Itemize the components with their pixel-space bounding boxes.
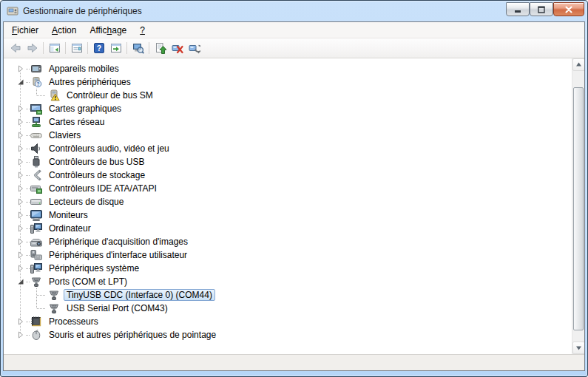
display-adapter-icon	[30, 103, 42, 115]
imaging-device-icon	[30, 236, 42, 248]
menu-help[interactable]: ?	[133, 23, 152, 38]
tree-item-acquisition-images[interactable]: Périphérique d'acquisition d'images	[4, 235, 572, 248]
tree-item-interface-utilisateur[interactable]: Périphériques d'interface utilisateur	[4, 248, 572, 262]
expander-collapsed-icon[interactable]	[16, 330, 26, 339]
expander-expanded-icon[interactable]	[16, 277, 26, 286]
usb-controller-icon	[30, 156, 42, 168]
expander-collapsed-icon[interactable]	[16, 144, 26, 153]
show-console-tree-icon	[49, 42, 61, 54]
scan-hardware-changes-icon	[189, 42, 200, 54]
expander-collapsed-icon[interactable]	[16, 118, 26, 126]
scroll-down-button[interactable]	[572, 342, 584, 354]
tree-item-ordinateur[interactable]: Ordinateur	[4, 222, 572, 235]
client-area: Fichier Action Affichage ?	[3, 21, 585, 371]
expander-collapsed-icon[interactable]	[16, 197, 26, 206]
disk-drive-icon	[30, 196, 42, 208]
device-tree: Appareils mobiles Autres périphériques C…	[4, 58, 572, 354]
title-bar[interactable]: Gestionnaire de périphériques	[1, 1, 587, 21]
tree-item-claviers[interactable]: Claviers	[4, 129, 572, 142]
back-arrow-icon	[10, 42, 21, 54]
toolbar-separator	[43, 42, 44, 54]
serial-port-icon	[48, 289, 60, 301]
export-list-button[interactable]	[107, 40, 124, 56]
expander-collapsed-icon[interactable]	[16, 264, 26, 273]
tree-item-peripheriques-systeme[interactable]: Périphériques système	[4, 262, 572, 275]
tree-item-autres-peripheriques[interactable]: Autres périphériques	[4, 75, 572, 89]
expander-collapsed-icon[interactable]	[16, 237, 26, 246]
monitor-icon	[30, 209, 42, 221]
mouse-icon	[30, 329, 42, 341]
tree-item-controleur-bus-sm[interactable]: Contrôleur de bus SM	[4, 89, 572, 102]
scrollbar-thumb[interactable]	[573, 87, 584, 330]
menu-affichage[interactable]: Affichage	[83, 23, 133, 38]
menu-action[interactable]: Action	[45, 23, 83, 38]
keyboard-icon	[30, 129, 42, 141]
tree-item-controleurs-stockage[interactable]: Contrôleurs de stockage	[4, 169, 572, 182]
tree-item-controleurs-ide[interactable]: Contrôleurs IDE ATA/ATAPI	[4, 182, 572, 195]
menu-fichier[interactable]: Fichier	[5, 23, 45, 38]
expander-collapsed-icon[interactable]	[16, 131, 26, 140]
selected-tree-item-label[interactable]: TinyUSB CDC (Interface 0) (COM44)	[64, 289, 215, 301]
toolbar-separator	[65, 42, 66, 54]
scroll-up-arrow-icon	[575, 61, 582, 68]
tree-item-tinyusb-cdc-com44[interactable]: TinyUSB CDC (Interface 0) (COM44)	[4, 288, 572, 302]
forward-button[interactable]	[24, 40, 41, 56]
vertical-scrollbar[interactable]	[572, 58, 584, 354]
tree-item-souris[interactable]: Souris et autres périphériques de pointa…	[4, 328, 572, 342]
show-console-tree-button[interactable]	[46, 40, 63, 56]
scan-computer-button[interactable]	[129, 40, 146, 56]
window-title: Gestionnaire de périphériques	[23, 6, 142, 16]
device-manager-icon	[7, 5, 18, 17]
tree-item-appareils-mobiles[interactable]: Appareils mobiles	[4, 62, 572, 75]
tree-item-lecteurs-disque[interactable]: Lecteurs de disque	[4, 195, 572, 208]
tree-connector	[36, 288, 48, 302]
hid-device-icon	[30, 249, 42, 261]
serial-port-icon	[30, 276, 42, 288]
storage-controller-icon	[30, 169, 42, 181]
expander-collapsed-icon[interactable]	[16, 317, 26, 326]
tree-item-ports-com-lpt[interactable]: Ports (COM et LPT)	[4, 275, 572, 288]
status-bar	[4, 354, 584, 370]
tree-item-usb-serial-com43[interactable]: USB Serial Port (COM43)	[4, 302, 572, 315]
scan-hardware-changes-button[interactable]	[186, 40, 203, 56]
expander-collapsed-icon[interactable]	[16, 171, 26, 180]
network-adapter-icon	[30, 116, 42, 128]
maximize-button[interactable]	[530, 2, 553, 16]
scroll-down-arrow-icon	[575, 344, 582, 351]
toolbar	[4, 38, 584, 58]
expander-collapsed-icon[interactable]	[16, 224, 26, 233]
tree-item-controleurs-usb[interactable]: Contrôleurs de bus USB	[4, 155, 572, 169]
processor-icon	[30, 316, 42, 327]
close-button[interactable]	[553, 2, 584, 16]
expander-collapsed-icon[interactable]	[16, 157, 26, 166]
tree-item-controleurs-audio[interactable]: Contrôleurs audio, vidéo et jeu	[4, 142, 572, 155]
audio-device-icon	[30, 143, 42, 154]
device-tree-panel: Appareils mobiles Autres périphériques C…	[4, 58, 584, 354]
expander-collapsed-icon[interactable]	[16, 104, 26, 113]
tree-connector	[36, 89, 48, 102]
update-driver-button[interactable]	[152, 40, 169, 56]
expander-expanded-icon[interactable]	[16, 78, 26, 86]
minimize-button[interactable]	[506, 2, 530, 16]
ide-controller-icon	[30, 183, 42, 194]
computer-icon	[30, 223, 42, 234]
tree-item-processeurs[interactable]: Processeurs	[4, 315, 572, 328]
expander-collapsed-icon[interactable]	[16, 211, 26, 220]
forward-arrow-icon	[27, 42, 38, 54]
tree-item-moniteurs[interactable]: Moniteurs	[4, 208, 572, 222]
expander-collapsed-icon[interactable]	[16, 184, 26, 193]
tree-connector	[36, 302, 48, 315]
properties-button[interactable]	[68, 40, 85, 56]
tree-item-cartes-reseau[interactable]: Cartes réseau	[4, 115, 572, 129]
scroll-up-button[interactable]	[572, 58, 584, 71]
update-driver-icon	[155, 42, 166, 54]
unknown-device-warning-icon	[48, 89, 60, 101]
uninstall-device-button[interactable]	[169, 40, 186, 56]
expander-collapsed-icon[interactable]	[16, 251, 26, 259]
toolbar-separator	[87, 42, 88, 54]
export-list-icon	[110, 42, 122, 54]
tree-item-cartes-graphiques[interactable]: Cartes graphiques	[4, 102, 572, 115]
back-button[interactable]	[7, 40, 24, 56]
help-button[interactable]	[90, 40, 107, 56]
expander-collapsed-icon[interactable]	[16, 64, 26, 73]
